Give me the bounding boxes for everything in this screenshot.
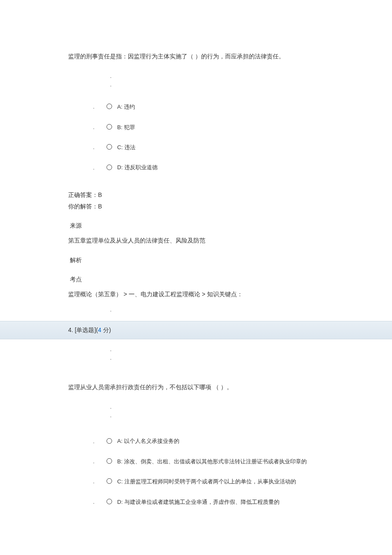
q4-option-d-label: D: 与建设单位或者建筑施工企业串通，弄虚作假、降低工程质量的 [117,496,280,507]
q3-options-list: A: 违约 B: 犯罪 C: 违法 D: 违反职业道德 [98,101,324,173]
q3-option-a[interactable]: A: 违约 [98,101,135,112]
breadcrumb: 监理概论（第五章） > 一、电力建设工程监理概论 > 知识关键点： [68,289,324,300]
source-label: 来源 [70,220,324,231]
q4-options-list: A: 以个人名义承接业务的 B: 涂改、倒卖、出租、出借或者以其他形式非法转让注… [98,435,324,507]
q4-score-close: ) [109,327,111,333]
radio-icon [107,124,112,130]
radio-icon [107,104,112,109]
q3-option-b-label: B: 犯罪 [117,121,135,132]
q4-score-unit: 分 [101,327,109,333]
point-label: 考点 [70,274,324,285]
analysis-label: 解析 [70,255,324,266]
q3-question-text: 监理的刑事责任是指：因监理行为主体实施了（ ）的行为，而应承担的法律责任。 [68,51,324,62]
q4-question-text: 监理从业人员需承担行政责任的行为，不包括以下哪项 （ ）。 [68,382,324,393]
q4-option-b-label: B: 涂改、倒卖、出租、出借或者以其他形式非法转让注册证书或者执业印章的 [117,456,307,466]
radio-icon [107,499,112,504]
q4-number: 4. [单选题] [68,327,96,333]
q4-spacer-bullets-top [115,348,324,365]
q4-option-c[interactable]: C: 注册监理工程师同时受聘于两个或者两个以上的单位，从事执业活动的 [98,476,296,486]
q3-option-c-label: C: 违法 [117,142,135,152]
q4-score-number: 4 [98,327,101,333]
q3-spacer-bullets-top [115,75,324,92]
q4-option-a[interactable]: A: 以个人名义承接业务的 [98,435,179,446]
q3-option-d[interactable]: D: 违反职业道德 [98,162,158,172]
radio-icon [107,165,112,170]
q4-option-d[interactable]: D: 与建设单位或者建筑施工企业串通，弄虚作假、降低工程质量的 [98,496,280,507]
q4-option-b[interactable]: B: 涂改、倒卖、出租、出借或者以其他形式非法转让注册证书或者执业印章的 [98,456,307,466]
q4-option-a-label: A: 以个人名义承接业务的 [117,435,179,446]
q4-spacer-bullets-mid [115,405,324,422]
q4-option-c-label: C: 注册监理工程师同时受聘于两个或者两个以上的单位，从事执业活动的 [117,476,296,486]
q3-option-b[interactable]: B: 犯罪 [98,121,135,132]
radio-icon [107,478,112,484]
radio-icon [107,438,112,444]
radio-icon [107,144,112,150]
radio-icon [107,458,112,464]
q3-option-c[interactable]: C: 违法 [98,142,135,152]
source-text: 第五章监理单位及从业人员的法律责任、风险及防范 [68,235,324,246]
q3-option-d-label: D: 违反职业道德 [117,162,158,172]
your-answer-label: 你的解答：B [68,201,324,212]
q3-option-a-label: A: 违约 [117,101,135,112]
q4-header: 4. [单选题](4 分) [0,321,392,339]
q3-spacer-bullets-bottom [115,308,324,317]
correct-answer-label: 正确答案：B [68,190,324,200]
